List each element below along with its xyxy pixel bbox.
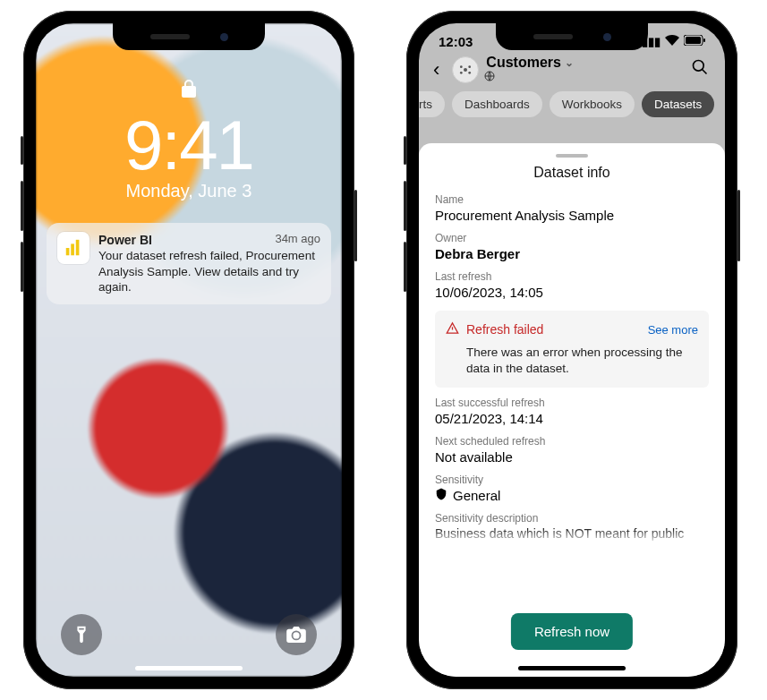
status-time: 12:03 — [439, 34, 473, 49]
value-last-refresh: 10/06/2023, 14:05 — [435, 285, 709, 300]
value-last-success: 05/21/2023, 14:14 — [435, 411, 709, 426]
error-description: There was an error when processing the d… — [466, 345, 698, 377]
home-indicator[interactable] — [518, 666, 626, 670]
back-button[interactable]: ‹ — [428, 55, 445, 85]
sheet-grip[interactable] — [556, 154, 588, 158]
lockscreen-time: 9:41 — [36, 105, 342, 186]
value-sens-desc: Business data which is NOT meant for pub… — [435, 526, 709, 541]
value-next-scheduled: Not available — [435, 449, 709, 465]
globe-icon — [484, 71, 574, 84]
svg-rect-1 — [71, 243, 74, 255]
see-more-link[interactable]: See more — [648, 323, 698, 337]
svg-rect-2 — [76, 240, 80, 255]
refresh-now-button[interactable]: Refresh now — [511, 613, 633, 650]
label-name: Name — [435, 193, 709, 206]
svg-point-6 — [464, 68, 467, 72]
dataset-info-sheet: Dataset info Name Procurement Analysis S… — [419, 143, 725, 677]
label-sensitivity: Sensitivity — [435, 474, 709, 486]
notification-app-name: Power BI — [98, 232, 152, 248]
workspace-title[interactable]: Customers — [486, 55, 561, 71]
label-last-refresh: Last refresh — [435, 270, 709, 283]
phone-app-detail: 12:03 ▮▮▮▮ ‹ Customers — [406, 11, 737, 689]
home-indicator[interactable] — [135, 666, 243, 670]
notification-card[interactable]: Power BI 34m ago Your dataset refresh fa… — [47, 223, 331, 304]
powerbi-app-icon — [57, 232, 89, 264]
sensitivity-icon — [435, 488, 447, 503]
search-button[interactable] — [684, 53, 716, 86]
chevron-down-icon[interactable]: ⌄ — [565, 56, 574, 69]
lockscreen-date: Monday, June 3 — [36, 181, 342, 201]
lock-icon — [36, 79, 342, 103]
flashlight-button[interactable] — [61, 614, 102, 655]
value-name: Procurement Analysis Sample — [435, 208, 709, 223]
device-notch — [496, 23, 648, 50]
error-title: Refresh failed — [466, 322, 543, 337]
refresh-error-card: Refresh failed See more There was an err… — [435, 311, 709, 388]
content-tabs: rts Dashboards Workbooks Datasets — [419, 86, 716, 126]
tab-datasets[interactable]: Datasets — [642, 91, 714, 117]
wifi-icon — [665, 35, 679, 48]
battery-icon — [684, 35, 705, 48]
svg-point-10 — [469, 72, 472, 74]
label-owner: Owner — [435, 232, 709, 244]
camera-button[interactable] — [276, 614, 317, 655]
svg-point-7 — [460, 65, 463, 68]
tab-reports[interactable]: rts — [419, 91, 445, 117]
svg-rect-0 — [66, 248, 70, 255]
sheet-title: Dataset info — [435, 165, 709, 181]
notification-body: Your dataset refresh failed, Procurement… — [98, 248, 320, 295]
tab-dashboards[interactable]: Dashboards — [452, 91, 542, 117]
warning-icon — [446, 321, 459, 337]
device-notch — [113, 23, 265, 50]
value-owner: Debra Berger — [435, 246, 709, 261]
phone-lockscreen: 9:41 Monday, June 3 Power BI 34m ago You… — [23, 11, 354, 689]
value-sensitivity: General — [453, 488, 500, 503]
svg-rect-5 — [703, 38, 705, 42]
svg-rect-4 — [686, 37, 701, 44]
label-last-success: Last successful refresh — [435, 397, 709, 409]
label-next-scheduled: Next scheduled refresh — [435, 435, 709, 448]
svg-point-9 — [460, 72, 463, 74]
svg-point-12 — [694, 61, 704, 72]
tab-workbooks[interactable]: Workbooks — [550, 91, 635, 117]
svg-point-8 — [469, 65, 472, 68]
workspace-icon — [452, 56, 479, 83]
label-sens-desc: Sensitivity description — [435, 512, 709, 525]
notification-age: 34m ago — [275, 232, 320, 248]
